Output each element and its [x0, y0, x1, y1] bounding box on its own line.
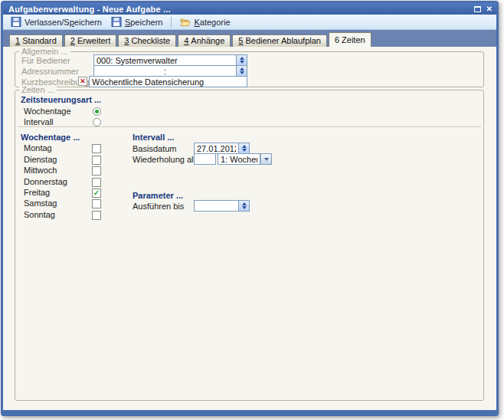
- category-label: Kategorie: [194, 18, 230, 27]
- checkbox-sonntag[interactable]: [92, 211, 101, 220]
- spinner-up-icon: [240, 67, 244, 71]
- kurzbeschreibung-input[interactable]: [89, 76, 247, 87]
- wiederholung-label: Wiederholung alle: [133, 155, 200, 164]
- day-label-mittwoch: Mittwoch: [24, 166, 57, 175]
- toolbar: Verlassen/Speichern Speichern Kategorie: [3, 15, 496, 30]
- spinner-down-icon: [240, 61, 244, 64]
- spinner-up-icon: [242, 145, 247, 148]
- group-allgemein: Allgemein ... Für Bediener Adressnummer …: [15, 51, 484, 87]
- save-and-exit-button[interactable]: Verlassen/Speichern: [6, 16, 106, 28]
- tab-standard[interactable]: 1Standard: [9, 34, 63, 47]
- restore-glyph: [474, 6, 481, 12]
- app-window: Aufgabenverwaltung - Neue Aufgabe ... ✕ …: [1, 1, 499, 416]
- window-controls: ✕: [474, 5, 493, 13]
- fuer-bediener-field: [93, 54, 247, 66]
- chevron-down-icon: [264, 158, 269, 161]
- day-label-dienstag: Dienstag: [24, 155, 57, 164]
- spinner-down-icon: [242, 206, 247, 209]
- save-button[interactable]: Speichern: [106, 16, 168, 28]
- spinner-up-icon: [242, 202, 247, 205]
- wochentage-heading: Wochentage ...: [21, 133, 80, 142]
- basisdatum-spinner[interactable]: [239, 143, 250, 154]
- category-button[interactable]: Kategorie: [175, 16, 234, 28]
- day-label-freitag: Freitag: [24, 188, 50, 197]
- adressnummer-field: [93, 65, 247, 77]
- spinner-down-icon: [242, 149, 247, 152]
- ausfuehren-bis-field: [194, 200, 250, 212]
- clear-field-icon[interactable]: ✕: [78, 77, 87, 86]
- radio-wochentage-label: Wochentage: [24, 107, 71, 116]
- radio-intervall[interactable]: [93, 118, 101, 126]
- tab-bar: 1Standard 2Erweitert 3Checkliste 4Anhäng…: [3, 30, 496, 47]
- fuer-bediener-input[interactable]: [93, 54, 237, 66]
- group-zeiten: Zeiten ... Zeitsteuerungsart ... Wochent…: [15, 90, 484, 401]
- window-title: Aufgabenverwaltung - Neue Aufgabe ...: [8, 5, 474, 14]
- save-icon: [11, 17, 21, 27]
- parameter-heading: Parameter ...: [133, 191, 183, 200]
- ausfuehren-bis-spinner[interactable]: [239, 200, 250, 212]
- radio-intervall-label: Intervall: [24, 117, 54, 126]
- basisdatum-field: [194, 143, 250, 154]
- day-label-montag: Montag: [24, 143, 52, 153]
- titlebar[interactable]: Aufgabenverwaltung - Neue Aufgabe ... ✕: [3, 3, 496, 15]
- section-divider: [18, 126, 481, 128]
- fuer-bediener-spinner[interactable]: [237, 54, 247, 66]
- basisdatum-label: Basisdatum: [133, 144, 176, 153]
- wiederholung-unit-value[interactable]: [218, 153, 260, 165]
- tab-page-zeiten: Allgemein ... Für Bediener Adressnummer …: [3, 47, 496, 409]
- adressnummer-input[interactable]: [93, 65, 237, 77]
- spinner-up-icon: [240, 57, 244, 60]
- kurzbeschreibung-field: [89, 76, 247, 87]
- checkbox-montag[interactable]: [92, 144, 101, 153]
- restore-icon[interactable]: [474, 6, 481, 12]
- group-allgemein-legend: Allgemein ...: [19, 47, 70, 56]
- day-label-samstag: Samstag: [24, 199, 57, 208]
- radio-wochentage[interactable]: [93, 107, 101, 116]
- intervall-heading: Intervall ...: [133, 133, 174, 142]
- day-label-donnerstag: Donnerstag: [24, 177, 67, 186]
- basisdatum-input[interactable]: [194, 143, 239, 154]
- adressnummer-label: Adressnummer: [21, 67, 79, 76]
- adressnummer-spinner[interactable]: [237, 65, 247, 77]
- toolbar-separator: [171, 17, 172, 28]
- checkbox-donnerstag[interactable]: [92, 178, 101, 187]
- wiederholung-unit-dropdown: [218, 153, 272, 165]
- save-label: Speichern: [125, 18, 163, 27]
- wiederholung-count-field: [194, 153, 216, 165]
- ausfuehren-bis-input[interactable]: [194, 200, 239, 212]
- day-label-sonntag: Sonntag: [24, 210, 55, 219]
- tab-bediener-ablaufplan[interactable]: 5Bediener Ablaufplan: [232, 34, 327, 47]
- checkbox-freitag[interactable]: ✓: [92, 189, 101, 198]
- checkbox-dienstag[interactable]: [92, 156, 101, 165]
- save-and-exit-label: Verlassen/Speichern: [25, 18, 102, 27]
- zeitsteuerungsart-heading: Zeitsteuerungsart ...: [21, 95, 101, 104]
- group-zeiten-legend: Zeiten ...: [19, 85, 57, 94]
- save-icon: [111, 17, 122, 27]
- wiederholung-count-input[interactable]: [194, 153, 216, 165]
- close-icon[interactable]: ✕: [486, 5, 493, 13]
- dropdown-button[interactable]: [260, 153, 272, 165]
- tab-anhaenge[interactable]: 4Anhänge: [178, 34, 231, 47]
- tab-erweitert[interactable]: 2Erweitert: [64, 34, 117, 47]
- checkbox-samstag[interactable]: [92, 199, 101, 208]
- tab-zeiten[interactable]: 6Zeiten: [329, 32, 371, 47]
- tab-checkliste[interactable]: 3Checkliste: [118, 34, 176, 47]
- ausfuehren-bis-label: Ausführen bis: [133, 202, 184, 211]
- folder-open-icon: [180, 17, 191, 27]
- checkbox-mittwoch[interactable]: [92, 166, 101, 176]
- fuer-bediener-label: Für Bediener: [21, 56, 70, 65]
- spinner-down-icon: [240, 71, 244, 74]
